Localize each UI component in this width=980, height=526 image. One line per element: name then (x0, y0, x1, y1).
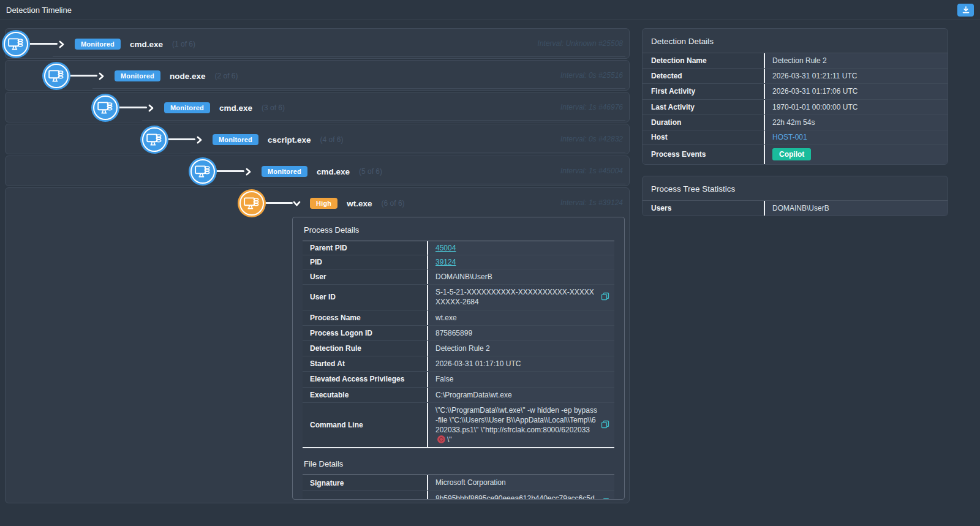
chevron-down-icon[interactable] (293, 200, 301, 208)
row-divider (190, 152, 625, 152)
process-name: cscript.exe (268, 135, 311, 145)
process-node-icon[interactable] (2, 30, 30, 58)
table-row: Process Logon ID 875865899 (303, 326, 614, 341)
copy-icon[interactable] (601, 420, 609, 430)
table-row: Host HOST-001 (643, 130, 948, 145)
timeline-connector (118, 107, 147, 108)
page-title: Detection Timeline (6, 6, 72, 15)
process-details-panel: Process Details Parent PID 45004 PID 391… (292, 217, 625, 500)
chevron-right-icon[interactable] (195, 136, 203, 144)
download-icon (962, 6, 970, 13)
interval-label: Interval: 0s #25516 (560, 71, 623, 80)
monitor-icon (48, 68, 65, 84)
detection-details-table: Detection Name Detection Rule 2 Detected… (643, 53, 948, 164)
table-row: Process Name wt.exe (303, 310, 614, 326)
copilot-button[interactable]: Copilot (772, 148, 811, 160)
copy-icon[interactable] (601, 498, 609, 500)
process-name-value: wt.exe (435, 313, 609, 323)
process-node-icon[interactable] (140, 126, 168, 154)
monitor-icon (7, 36, 24, 52)
process-node-icon-high[interactable] (238, 189, 266, 217)
status-badge: Monitored (75, 39, 121, 50)
timeline-connector (69, 75, 97, 77)
started-at-value: 2026-03-31 01:17:10 UTC (435, 359, 609, 369)
signature-value: Microsoft Corporation (435, 478, 609, 487)
file-details-table: Signature Microsoft Corporation SHA1 8b5… (303, 475, 614, 500)
host-link[interactable]: HOST-001 (772, 133, 807, 141)
interval-label: Interval: 1s #39124 (560, 198, 623, 207)
process-row-cmd-5: Monitored cmd.exe (5 of 6) Interval: 1s … (5, 156, 630, 186)
first-activity-value: 2026-03-31 01:17:06 UTC (772, 86, 943, 96)
row-divider (92, 88, 625, 89)
download-button[interactable] (957, 4, 974, 17)
process-node-icon[interactable] (91, 94, 119, 122)
chevron-right-icon[interactable] (58, 40, 66, 48)
process-count: (4 of 6) (320, 135, 344, 144)
process-row-cscript: Monitored cscript.exe (4 of 6) Interval:… (5, 124, 630, 154)
process-row-node: Monitored node.exe (2 of 6) Interval: 0s… (5, 60, 630, 91)
process-count: (6 of 6) (382, 199, 405, 208)
duration-value: 22h 42m 54s (772, 118, 943, 127)
copy-icon[interactable] (601, 292, 609, 302)
table-row: Signature Microsoft Corporation (303, 475, 614, 490)
process-count: (2 of 6) (215, 72, 238, 80)
timeline-connector (216, 170, 244, 172)
process-row-cmd-1: Monitored cmd.exe (1 of 6) Interval: Unk… (5, 28, 630, 59)
monitor-icon (97, 100, 114, 116)
detected-value: 2026-03-31 01:21:11 UTC (772, 71, 943, 81)
monitor-icon (194, 163, 211, 179)
file-details-title: File Details (304, 459, 614, 468)
right-sidebar: Detection Details Detection Name Detecti… (642, 28, 948, 216)
timeline-connector (167, 138, 195, 140)
table-row: Executable C:\ProgramData\wt.exe (303, 388, 614, 403)
table-row: Detection Name Detection Rule 2 (643, 53, 948, 69)
threat-icon[interactable] (437, 435, 445, 443)
row-divider (239, 184, 625, 184)
table-row: Command Line \"C:\\ProgramData\\wt.exe\"… (303, 403, 614, 448)
interval-label: Interval: Unknown #25508 (538, 39, 623, 48)
chevron-right-icon[interactable] (147, 104, 155, 112)
table-row: Duration 22h 42m 54s (643, 115, 948, 130)
table-row: User ID S-1-5-21-XXXXXXXXXX-XXXXXXXXXX-X… (303, 285, 614, 310)
table-row: PID 39124 (303, 255, 614, 269)
detection-details-title: Detection Details (643, 29, 948, 53)
status-badge: Monitored (164, 102, 210, 113)
process-node-icon[interactable] (42, 62, 70, 90)
detection-timeline: Monitored cmd.exe (1 of 6) Interval: Unk… (5, 28, 630, 503)
status-badge: Monitored (213, 134, 258, 145)
interval-label: Interval: 1s #45004 (560, 167, 623, 175)
table-row: Started At 2026-03-31 01:17:10 UTC (303, 356, 614, 372)
process-details-title: Process Details (304, 225, 614, 235)
process-row-wt-expanded: High wt.exe (6 of 6) Interval: 1s #39124… (5, 187, 630, 503)
executable-value: C:\ProgramData\wt.exe (435, 390, 609, 400)
logon-id-value: 875865899 (435, 328, 609, 338)
command-line-value: \"C:\\ProgramData\\wt.exe\" -w hidden -e… (435, 405, 597, 445)
chevron-right-icon[interactable] (97, 72, 105, 80)
last-activity-value: 1970-01-01 00:00:00 UTC (772, 102, 943, 112)
process-node-icon[interactable] (189, 157, 217, 186)
users-value: DOMAINB\UserB (772, 203, 943, 213)
sha1-value: 8b595bbbf8695ce90eeea612b440ecc79acc6c5d (435, 494, 597, 500)
row-divider (142, 120, 625, 121)
process-tree-statistics-title: Process Tree Statistics (643, 176, 948, 200)
detection-name-value: Detection Rule 2 (772, 56, 943, 66)
elevated-priv-value: False (435, 374, 609, 384)
parent-pid-link[interactable]: 45004 (435, 244, 456, 252)
user-value: DOMAINB\UserB (435, 272, 609, 282)
chevron-right-icon[interactable] (244, 168, 252, 176)
status-badge: Monitored (115, 70, 160, 81)
monitor-icon (146, 132, 163, 148)
table-row: Detected 2026-03-31 01:21:11 UTC (643, 69, 948, 84)
process-name: cmd.exe (317, 167, 350, 176)
process-name: cmd.exe (219, 103, 252, 113)
user-id-value: S-1-5-21-XXXXXXXXXX-XXXXXXXXXX-XXXXXXXXX… (435, 287, 597, 307)
table-row: Process Events Copilot (643, 145, 948, 164)
table-row: Detection Rule Detection Rule 2 (303, 341, 614, 356)
process-name: node.exe (170, 72, 206, 81)
process-name: wt.exe (347, 199, 372, 208)
pid-link[interactable]: 39124 (435, 258, 456, 266)
top-bar: Detection Timeline (0, 0, 980, 20)
process-row-cmd-3: Monitored cmd.exe (3 of 6) Interval: 1s … (5, 92, 630, 122)
process-tree-statistics-table: Users DOMAINB\UserB (643, 200, 948, 216)
status-badge: Monitored (262, 166, 307, 177)
